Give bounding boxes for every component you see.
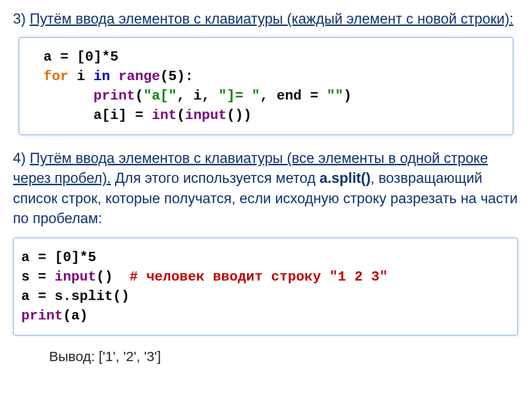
func-int: int — [152, 107, 177, 123]
code-line: a = [0]*5 — [43, 49, 118, 65]
output-text: Вывод: ['1', '2', '3'] — [13, 349, 519, 364]
func-input: input — [55, 269, 96, 285]
code-indent — [43, 88, 93, 104]
code-text: ( — [135, 88, 143, 104]
heading-number: 3) — [13, 11, 30, 27]
code-text: s = — [21, 269, 55, 285]
code-text: (5): — [160, 69, 193, 84]
method-name: a.split() — [320, 170, 371, 186]
code-block-1: a = [0]*5 for i in range(5): print("a[",… — [19, 37, 513, 135]
string-literal: "a[" — [143, 88, 177, 104]
code-text: i — [68, 69, 93, 84]
code-text: , end = — [260, 88, 327, 104]
keyword-in: in — [93, 69, 110, 84]
code-text: () — [96, 269, 130, 285]
code-comment: # человек вводит строку "1 2 3" — [130, 269, 388, 285]
func-input: input — [185, 107, 227, 123]
func-print: print — [21, 308, 63, 324]
code-text: ( — [177, 107, 185, 123]
code-text: ()) — [227, 107, 252, 123]
desc-text: Для этого используется метод — [111, 170, 320, 186]
heading-text: Путём ввода элементов с клавиатуры (кажд… — [30, 11, 513, 27]
func-range: range — [118, 69, 160, 84]
keyword-for: for — [43, 69, 68, 84]
code-line: a = [0]*5 — [21, 250, 96, 265]
heading-number: 4) — [13, 150, 30, 166]
code-text: , i, — [177, 88, 218, 104]
section-3-heading: 3) Путём ввода элементов с клавиатуры (к… — [13, 9, 519, 29]
code-block-2: a = [0]*5 s = input() # человек вводит с… — [13, 238, 518, 336]
code-text: a[i] = — [43, 107, 152, 123]
code-text: ) — [343, 88, 352, 104]
func-print: print — [93, 88, 135, 104]
code-text — [110, 69, 118, 84]
section-4-heading: 4) Путём ввода элементов с клавиатуры (в… — [13, 148, 519, 229]
string-literal: "]= " — [218, 88, 260, 104]
code-line: a = s.split() — [21, 288, 130, 304]
code-text: (a) — [63, 308, 88, 324]
string-literal: "" — [327, 88, 343, 104]
